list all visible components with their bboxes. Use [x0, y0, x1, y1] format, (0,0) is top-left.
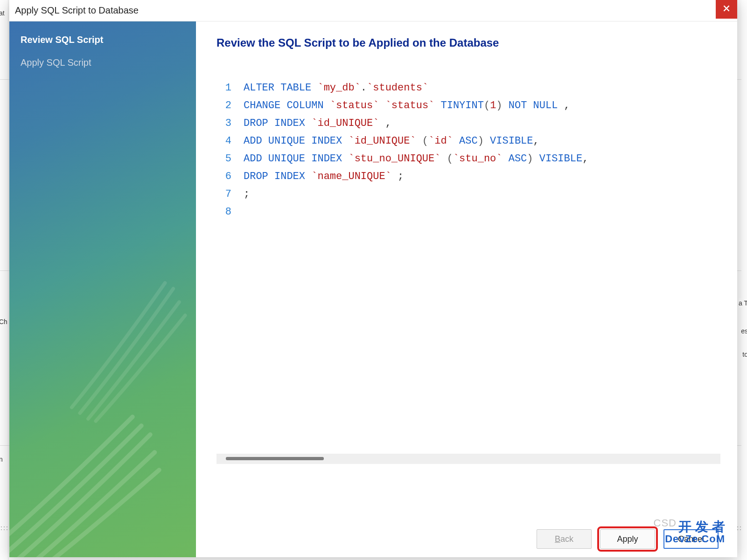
- sidebar-decor-icon: [44, 265, 196, 429]
- dialog-titlebar[interactable]: Apply SQL Script to Database: [9, 0, 737, 21]
- editor-line[interactable]: 5ADD UNIQUE INDEX `stu_no_UNIQUE` (`stu_…: [216, 150, 720, 168]
- background-right-strip: [741, 0, 747, 560]
- cancel-button-label: Cancel: [678, 534, 704, 544]
- editor-horizontal-scrollbar[interactable]: [216, 454, 720, 464]
- code-content[interactable]: CHANGE COLUMN `status` `status` TINYINT(…: [244, 97, 720, 115]
- editor-line[interactable]: 2CHANGE COLUMN `status` `status` TINYINT…: [216, 97, 720, 115]
- apply-sql-dialog: Apply SQL Script to Database Review SQL …: [9, 0, 737, 557]
- wizard-step-review[interactable]: Review SQL Script: [21, 31, 185, 49]
- apply-button-label: Apply: [617, 534, 638, 544]
- line-number: 1: [216, 79, 244, 97]
- wizard-step-apply[interactable]: Apply SQL Script: [21, 54, 185, 72]
- sidebar-decor-icon: [9, 408, 168, 557]
- bg-left-label: at: [0, 8, 5, 18]
- wizard-sidebar: Review SQL Script Apply SQL Script: [9, 21, 196, 557]
- code-content[interactable]: [244, 203, 720, 221]
- background-left-strip: [0, 0, 8, 560]
- bg-right-label: to: [742, 350, 747, 359]
- bg-right-label: es: [741, 326, 747, 336]
- scrollbar-thumb[interactable]: [226, 457, 324, 460]
- code-content[interactable]: ADD UNIQUE INDEX `id_UNIQUE` (`id` ASC) …: [244, 132, 720, 150]
- cancel-button[interactable]: Cancel: [663, 529, 719, 549]
- back-button: Back: [537, 529, 592, 549]
- dialog-button-row: Back Apply Cancel: [216, 529, 720, 549]
- editor-line[interactable]: 4ADD UNIQUE INDEX `id_UNIQUE` (`id` ASC)…: [216, 132, 720, 150]
- editor-line[interactable]: 7;: [216, 186, 720, 203]
- bg-left-label: n: [0, 455, 3, 464]
- close-button[interactable]: [716, 0, 737, 19]
- line-number: 5: [216, 150, 244, 168]
- line-number: 7: [216, 186, 244, 203]
- line-number: 2: [216, 97, 244, 115]
- dialog-title: Apply SQL Script to Database: [15, 5, 139, 16]
- editor-line[interactable]: 1ALTER TABLE `my_db`.`students`: [216, 79, 720, 97]
- editor-line[interactable]: 6DROP INDEX `name_UNIQUE` ;: [216, 168, 720, 186]
- dialog-body: Review SQL Script Apply SQL Script Revie…: [9, 21, 737, 557]
- editor-line[interactable]: 8: [216, 203, 720, 221]
- line-number: 4: [216, 132, 244, 150]
- page-heading: Review the SQL Script to be Applied on t…: [216, 36, 720, 49]
- bg-right-label: a T: [739, 298, 747, 308]
- code-content[interactable]: DROP INDEX `name_UNIQUE` ;: [244, 168, 720, 186]
- dialog-main: Review the SQL Script to be Applied on t…: [196, 21, 737, 557]
- code-content[interactable]: ALTER TABLE `my_db`.`students`: [244, 79, 720, 97]
- editor-line[interactable]: 3DROP INDEX `id_UNIQUE` ,: [216, 115, 720, 132]
- line-number: 3: [216, 115, 244, 132]
- apply-button[interactable]: Apply: [600, 529, 655, 549]
- bg-left-label: Ch: [0, 317, 7, 326]
- code-content[interactable]: ;: [244, 186, 720, 203]
- code-content[interactable]: DROP INDEX `id_UNIQUE` ,: [244, 115, 720, 132]
- line-number: 6: [216, 168, 244, 186]
- sql-editor[interactable]: 1ALTER TABLE `my_db`.`students`2CHANGE C…: [216, 79, 720, 452]
- line-number: 8: [216, 203, 244, 221]
- code-content[interactable]: ADD UNIQUE INDEX `stu_no_UNIQUE` (`stu_n…: [244, 150, 720, 168]
- close-icon: [723, 5, 730, 14]
